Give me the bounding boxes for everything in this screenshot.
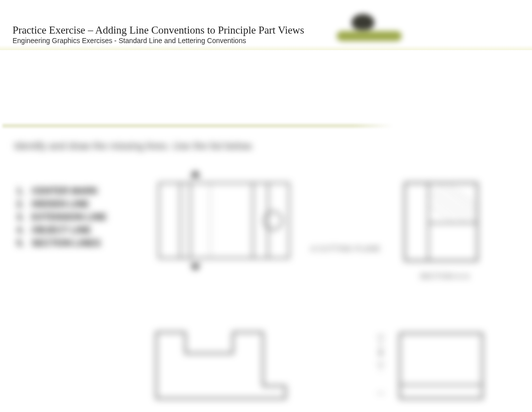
legend-number: 1. (17, 184, 27, 197)
content: Identify and draw the missing lines. Use… (0, 130, 532, 412)
svg-rect-9 (405, 183, 477, 261)
logo (332, 10, 407, 48)
svg-line-16 (430, 205, 453, 222)
legend-item: 2. HIDDEN LINE (17, 197, 119, 211)
legend-item: 5. SECTION LINES (17, 237, 119, 250)
svg-line-12 (431, 188, 476, 221)
divider (3, 124, 393, 128)
logo-text (337, 31, 402, 41)
page-subtitle: Engineering Graphics Exercises - Standar… (13, 37, 246, 45)
header: Practice Exercise – Adding Line Conventi… (0, 0, 532, 50)
legend-item: 1. CENTER MARK (17, 184, 119, 197)
legend-label: EXTENSION LINE (32, 211, 107, 224)
legend-item: 4. OBJECT LINE (17, 224, 119, 237)
legend-number: 4. (17, 224, 27, 237)
svg-marker-22 (379, 352, 383, 356)
legend-item: 3. EXTENSION LINE (17, 211, 119, 224)
logo-mark (352, 14, 374, 30)
svg-marker-0 (190, 170, 200, 177)
legend-number: 5. (17, 237, 27, 250)
svg-rect-1 (159, 183, 289, 258)
svg-point-7 (264, 212, 282, 230)
orthographic-view-3 (396, 331, 486, 401)
cutting-plane-label: A CUTTING PLANE (311, 245, 380, 253)
svg-rect-23 (400, 333, 482, 398)
legend-number: 3. (17, 211, 27, 224)
legend-label: OBJECT LINE (32, 224, 91, 237)
section-view (401, 180, 481, 263)
instruction-text: Identify and draw the missing lines. Use… (14, 140, 253, 152)
legend-number: 2. (17, 197, 27, 211)
dimension-marks (373, 333, 388, 398)
section-label: SECTION A-A (420, 272, 470, 280)
page-title: Practice Exercise – Adding Line Conventi… (13, 24, 304, 37)
svg-line-13 (438, 184, 477, 213)
legend: 1. CENTER MARK 2. HIDDEN LINE 3. EXTENSI… (13, 180, 123, 254)
orthographic-view-1 (153, 168, 293, 273)
orthographic-view-2 (150, 328, 291, 403)
svg-marker-8 (190, 264, 200, 271)
legend-label: HIDDEN LINE (32, 197, 89, 211)
legend-label: CENTER MARK (32, 184, 98, 197)
legend-label: SECTION LINES (32, 237, 101, 250)
